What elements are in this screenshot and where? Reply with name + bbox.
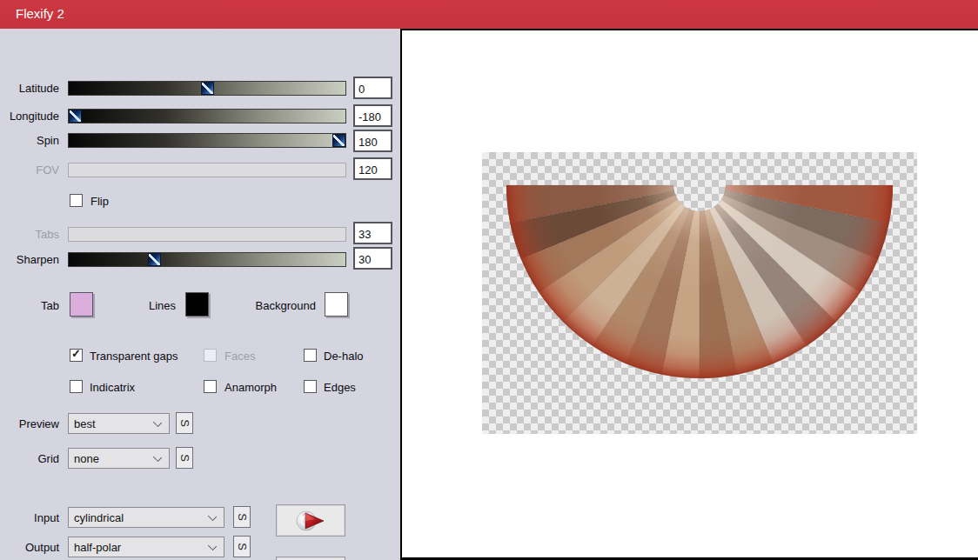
chevron-down-icon (208, 512, 217, 521)
latitude-label: Latitude (0, 82, 59, 95)
chevron-down-icon (153, 453, 162, 462)
checkbox-box (70, 380, 83, 393)
preview-cycle-button[interactable]: S (176, 412, 193, 434)
spin-slider[interactable] (68, 133, 346, 148)
fov-value-field[interactable] (353, 157, 392, 180)
chevron-down-icon (208, 542, 217, 550)
slider-handle[interactable] (332, 134, 345, 147)
lines-color-label: Lines (122, 299, 176, 312)
cycle-icon: S (235, 543, 248, 550)
spin-label: Spin (0, 134, 59, 147)
checkbox-box (70, 194, 83, 207)
sharpen-label: Sharpen (0, 253, 59, 266)
longitude-slider[interactable] (68, 109, 346, 123)
slider-handle[interactable] (148, 253, 161, 266)
preview-canvas[interactable] (482, 152, 917, 434)
tab-color-label: Tab (0, 299, 59, 312)
chevron-down-icon (153, 418, 162, 427)
latitude-value-field[interactable] (353, 77, 392, 99)
checkbox-label: Indicatrix (90, 381, 135, 394)
controls-panel: Latitude Longitude Spin FOV Flip Tabs Sh… (0, 29, 401, 560)
checkbox-label: Transparent gaps (90, 350, 178, 363)
output-cycle-button[interactable]: S (233, 536, 251, 557)
checkbox-box (304, 380, 317, 393)
cycle-icon: S (178, 454, 191, 462)
output-dropdown[interactable]: half-polar (68, 537, 224, 557)
window-title: Flexify 2 (16, 6, 64, 21)
cycle-icon: S (235, 513, 248, 521)
slider-handle[interactable] (201, 82, 214, 95)
preview-panel (400, 29, 978, 560)
output-dropdown-label: Output (0, 541, 59, 554)
preview-dropdown-value: best (74, 417, 96, 430)
background-color-swatch[interactable] (325, 292, 348, 317)
fov-slider (68, 163, 346, 177)
sharpen-slider[interactable] (68, 252, 346, 267)
preview-dropdown[interactable]: best (68, 413, 170, 434)
output-dropdown-value: half-polar (74, 541, 121, 554)
output-preview-button[interactable] (276, 557, 345, 560)
checkbox-box: ✓ (70, 349, 83, 362)
tabs-value-field[interactable] (353, 222, 392, 244)
lines-color-swatch[interactable] (185, 292, 209, 317)
fov-label: FOV (0, 163, 59, 177)
preview-dropdown-label: Preview (0, 417, 59, 430)
input-dropdown[interactable]: cylindrical (68, 507, 224, 528)
grid-cycle-button[interactable]: S (176, 447, 193, 469)
disc-red-arrow-icon (294, 508, 329, 534)
input-dropdown-value: cylindrical (74, 511, 124, 524)
window-titlebar: Flexify 2 (0, 0, 978, 29)
checkbox-label: Flip (90, 195, 109, 208)
grid-dropdown-value: none (74, 452, 99, 465)
flexify-window: { "window": { "title": "Flexify 2", "tit… (0, 0, 978, 560)
input-cycle-button[interactable]: S (233, 506, 251, 528)
input-preview-button[interactable] (276, 504, 345, 537)
checkbox-box (204, 349, 217, 362)
spin-value-field[interactable] (353, 130, 392, 152)
tabs-label: Tabs (0, 228, 59, 241)
background-color-label: Background (235, 299, 316, 312)
checkbox-label: Edges (324, 381, 356, 394)
grid-dropdown[interactable]: none (68, 448, 170, 469)
latitude-slider[interactable] (68, 81, 346, 96)
slider-handle[interactable] (69, 110, 82, 123)
checkbox-box (204, 380, 217, 393)
checkbox-label: De-halo (324, 350, 364, 363)
sharpen-value-field[interactable] (353, 247, 392, 270)
grid-dropdown-label: Grid (0, 452, 59, 465)
longitude-label: Longitude (0, 110, 59, 123)
half-polar-fan-image (482, 152, 917, 434)
fan-red-rim (506, 185, 893, 378)
longitude-value-field[interactable] (353, 104, 392, 127)
checkbox-label: Anamorph (224, 381, 277, 394)
tab-color-swatch[interactable] (70, 292, 93, 317)
cycle-icon: S (178, 419, 191, 427)
input-dropdown-label: Input (0, 511, 59, 524)
checkbox-label: Faces (224, 350, 255, 363)
checkbox-box (304, 349, 317, 362)
tabs-slider (68, 227, 346, 242)
